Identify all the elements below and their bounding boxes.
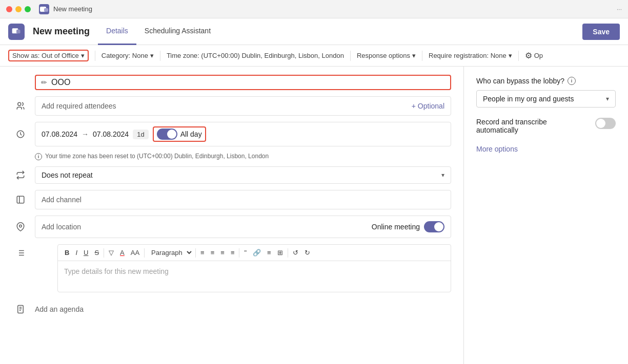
show-as-label: Show as: Out of Office [12, 52, 79, 59]
title-field-wrapper[interactable]: ✏ [35, 75, 451, 90]
underline-button[interactable]: U [81, 247, 91, 258]
repeat-label: Does not repeat [42, 171, 441, 179]
lobby-dropdown-value: People in my org and guests [483, 95, 602, 103]
start-date[interactable]: 07.08.2024 [42, 130, 77, 138]
table-button[interactable]: ⊞ [275, 247, 286, 258]
pencil-icon: ✏ [41, 78, 47, 87]
show-as-dropdown[interactable]: Show as: Out of Office ▾ [8, 50, 89, 61]
editor-content[interactable]: Type details for this new meeting [58, 261, 451, 292]
quote-button[interactable]: " [241, 247, 249, 258]
attendees-icon [12, 101, 29, 111]
right-panel: Who can bypass the lobby? i People in my… [464, 67, 628, 364]
strikethrough-button[interactable]: S [92, 247, 102, 258]
toolbar-divider-4 [422, 51, 422, 61]
attendees-placeholder: Add required attendees [42, 102, 412, 110]
close-button[interactable] [6, 6, 12, 12]
gear-icon: ⚙ [525, 51, 532, 60]
header-tabs: Details Scheduling Assistant [98, 18, 219, 45]
link-button[interactable]: 🔗 [250, 247, 264, 258]
registration-label: Require registration: None [429, 52, 507, 59]
end-date[interactable]: 07.08.2024 [93, 130, 129, 138]
traffic-lights [6, 6, 31, 12]
repeat-dropdown[interactable]: Does not repeat ▾ [35, 166, 451, 184]
numbered-list-button[interactable]: ≡ [228, 247, 237, 258]
editor-sep-4 [239, 248, 239, 258]
repeat-icon [12, 170, 29, 180]
more-options-link[interactable]: More options [476, 145, 518, 153]
bullet-list-button[interactable]: ≡ [218, 247, 227, 258]
agenda-row: Add an agenda [12, 305, 451, 314]
svg-point-8 [19, 225, 22, 227]
online-meeting-toggle-group: Online meeting [372, 221, 444, 232]
teams-logo [39, 4, 49, 14]
title-bar: New meeting ··· [0, 0, 628, 18]
more-settings-label: Op [534, 52, 543, 59]
window-title: New meeting [53, 5, 92, 13]
clock-icon [12, 130, 29, 139]
tab-details[interactable]: Details [98, 18, 136, 45]
align-left-button[interactable]: ≡ [198, 247, 207, 258]
online-meeting-knob [434, 222, 443, 231]
editor-sep-2 [144, 248, 145, 258]
location-field[interactable]: Add location Online meeting [35, 216, 451, 238]
italic-button[interactable]: I [73, 247, 80, 258]
lobby-question-label: Who can bypass the lobby? i [476, 77, 616, 85]
editor-section: B I U S ▽ A AA Paragraph ≡ ≡ ≡ ≡ [57, 244, 451, 292]
maximize-button[interactable] [25, 6, 31, 12]
paragraph-dropdown[interactable]: Paragraph [147, 247, 193, 259]
channel-input[interactable]: Add channel [35, 190, 451, 209]
record-toggle[interactable] [595, 118, 616, 129]
duration-badge: 1d [133, 130, 148, 139]
agenda-input[interactable]: Add an agenda [35, 305, 84, 313]
optional-link[interactable]: + Optional [412, 102, 444, 110]
editor-sep-1 [104, 248, 104, 258]
svg-rect-6 [17, 196, 24, 203]
tab-scheduling-assistant[interactable]: Scheduling Assistant [136, 18, 219, 45]
lobby-dropdown[interactable]: People in my org and guests ▾ [476, 90, 616, 108]
align-center-button[interactable]: ≡ [208, 247, 217, 258]
justify-button[interactable]: ≡ [265, 247, 274, 258]
highlight-button[interactable]: ▽ [106, 247, 116, 258]
save-button[interactable]: Save [582, 24, 620, 40]
minimize-button[interactable] [15, 6, 22, 12]
allday-toggle-wrapper[interactable]: All day [153, 126, 206, 142]
redo-button[interactable]: ↻ [302, 247, 313, 258]
registration-chevron: ▾ [509, 52, 512, 59]
toggle-knob [167, 130, 176, 139]
main-layout: ✏ Add required attendees + Optional 07.0… [0, 67, 628, 364]
date-arrow: → [82, 130, 89, 138]
online-meeting-toggle[interactable] [424, 221, 444, 232]
response-options-dropdown[interactable]: Response options ▾ [357, 52, 416, 59]
lobby-question-text: Who can bypass the lobby? [476, 77, 564, 85]
toolbar-divider-5 [518, 51, 519, 61]
category-dropdown[interactable]: Category: None ▾ [102, 52, 154, 59]
channel-placeholder: Add channel [42, 196, 82, 204]
allday-toggle[interactable] [157, 129, 177, 140]
editor-sep-5 [288, 248, 288, 258]
toolbar-divider-3 [350, 51, 351, 61]
lobby-info-icon[interactable]: i [568, 77, 576, 85]
left-panel: ✏ Add required attendees + Optional 07.0… [0, 67, 464, 364]
datetime-field[interactable]: 07.08.2024 → 07.08.2024 1d All day [35, 122, 451, 146]
window-dots: ··· [617, 6, 622, 13]
title-input[interactable] [51, 78, 445, 87]
toolbar-divider-2 [160, 51, 160, 61]
svg-point-4 [18, 102, 21, 105]
registration-dropdown[interactable]: Require registration: None ▾ [429, 52, 512, 59]
record-toggle-knob [596, 119, 605, 128]
channel-row: Add channel [12, 190, 451, 209]
location-icon [12, 222, 29, 231]
record-row: Record and transcribe automatically [476, 118, 616, 134]
category-chevron: ▾ [150, 52, 154, 59]
response-options-chevron: ▾ [412, 52, 416, 59]
attendees-input[interactable]: Add required attendees + Optional [35, 96, 451, 116]
font-size-button[interactable]: AA [128, 247, 142, 258]
undo-button[interactable]: ↺ [290, 247, 301, 258]
timezone-selector[interactable]: Time zone: (UTC+00:00) Dublin, Edinburgh… [167, 52, 344, 59]
timezone-label: Time zone: (UTC+00:00) Dublin, Edinburgh… [167, 52, 344, 59]
more-settings-button[interactable]: ⚙ Op [525, 51, 543, 60]
title-row: ✏ [12, 75, 451, 90]
bold-button[interactable]: B [62, 247, 72, 258]
font-color-button[interactable]: A [117, 247, 127, 258]
channel-icon [12, 195, 29, 204]
